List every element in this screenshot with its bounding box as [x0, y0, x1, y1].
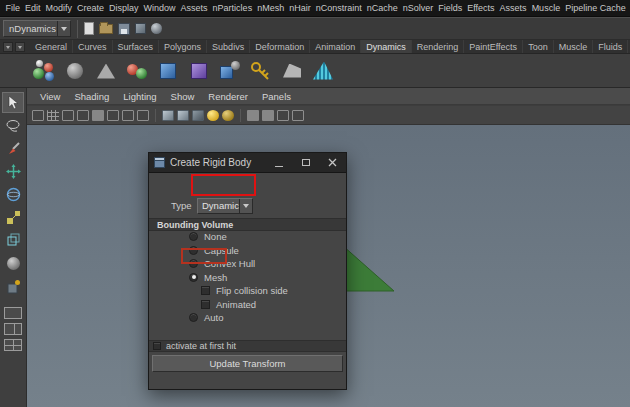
save-scene-icon[interactable] — [118, 23, 130, 35]
paint-select-tool-icon[interactable] — [2, 138, 24, 159]
rotate-tool-icon[interactable] — [2, 184, 24, 205]
soft-wedge-icon[interactable] — [94, 59, 118, 83]
shelf-tab-painteffects[interactable]: PaintEffects — [464, 40, 523, 54]
radio-none[interactable] — [189, 232, 198, 241]
menu-edit[interactable]: Edit — [23, 3, 44, 13]
two-spheres-icon[interactable] — [125, 59, 149, 83]
menu-window[interactable]: Window — [141, 3, 178, 13]
panel-menu-show[interactable]: Show — [164, 91, 202, 102]
radio-option-none[interactable]: None — [149, 230, 346, 244]
shelf-tab-fluids[interactable]: Fluids — [593, 40, 628, 54]
film-gate-icon[interactable] — [62, 110, 74, 121]
motion-blur-icon[interactable] — [262, 110, 274, 121]
panel-menu-shading[interactable]: Shading — [67, 91, 116, 102]
striped-logo-icon[interactable] — [311, 59, 335, 83]
radio-mesh[interactable] — [189, 273, 198, 282]
menu-ncache[interactable]: nCache — [364, 3, 400, 13]
open-scene-icon[interactable] — [99, 24, 113, 34]
type-dropdown[interactable]: Dynamic — [197, 198, 253, 214]
chevron-down-icon[interactable] — [239, 199, 252, 213]
selection-cube-icon[interactable] — [135, 23, 146, 34]
minimize-button[interactable] — [265, 153, 292, 173]
dialog-titlebar[interactable]: Create Rigid Body — [149, 153, 346, 173]
shelf-tab-general[interactable]: General — [30, 40, 73, 54]
shelf-tab-surfaces[interactable]: Surfaces — [113, 40, 160, 54]
shelf-tab-polygons[interactable]: Polygons — [159, 40, 207, 54]
blue-cube-icon[interactable] — [156, 59, 180, 83]
panel-menu-view[interactable]: View — [33, 91, 67, 102]
two-pane-layout-icon[interactable] — [4, 323, 22, 335]
menu-nhair[interactable]: nHair — [287, 3, 314, 13]
checkbox-option-animated[interactable]: Animated — [149, 298, 346, 312]
xray-icon[interactable] — [277, 110, 289, 121]
resolution-gate-icon[interactable] — [77, 110, 89, 121]
menu-nconstraint[interactable]: nConstraint — [313, 3, 364, 13]
menu-file[interactable]: File — [3, 3, 23, 13]
select-camera-icon[interactable] — [32, 110, 44, 121]
four-pane-layout-icon[interactable] — [4, 339, 22, 351]
shadows-icon[interactable] — [222, 110, 234, 121]
textured-icon[interactable] — [192, 110, 204, 121]
gate-mask-icon[interactable] — [92, 110, 104, 121]
gold-key-icon[interactable] — [249, 59, 273, 83]
select-tool-icon[interactable] — [2, 92, 24, 113]
radio-option-convex-hull[interactable]: Convex Hull — [149, 257, 346, 271]
close-button[interactable] — [319, 153, 346, 173]
move-tool-icon[interactable] — [2, 161, 24, 182]
shelf-options-icon[interactable] — [15, 42, 25, 52]
shelf-tab-deformation[interactable]: Deformation — [250, 40, 310, 54]
update-transform-button[interactable]: Update Transform — [152, 355, 343, 372]
lights-icon[interactable] — [207, 110, 219, 121]
radio-option-capsule[interactable]: Capsule — [149, 244, 346, 258]
shelf-tab-curves[interactable]: Curves — [73, 40, 113, 54]
shelf-tab-dynamics[interactable]: Dynamics — [361, 40, 412, 54]
checkbox-option-flip-collision-side[interactable]: Flip collision side — [149, 284, 346, 298]
menu-assets[interactable]: Assets — [178, 3, 210, 13]
menu-set-dropdown[interactable]: nDynamics — [3, 20, 71, 37]
animated-checkbox[interactable] — [201, 300, 210, 309]
shelf-tab-rendering[interactable]: Rendering — [412, 40, 465, 54]
shaded-icon[interactable] — [177, 110, 189, 121]
chevron-down-icon[interactable] — [57, 21, 70, 36]
menu-assets-2[interactable]: Assets — [497, 3, 529, 13]
shelf-tab-animation[interactable]: Animation — [310, 40, 361, 54]
universal-manipulator-icon[interactable] — [2, 230, 24, 251]
gray-sphere-icon[interactable] — [63, 59, 87, 83]
gray-prism-icon[interactable] — [280, 59, 304, 83]
menu-display[interactable]: Display — [107, 3, 142, 13]
shelf-tab-muscle[interactable]: Muscle — [554, 40, 594, 54]
isolate-select-icon[interactable] — [292, 110, 304, 121]
menu-effects[interactable]: Effects — [465, 3, 497, 13]
ssao-icon[interactable] — [247, 110, 259, 121]
show-manipulator-icon[interactable] — [2, 276, 24, 297]
panel-menu-lighting[interactable]: Lighting — [116, 91, 163, 102]
cube-with-sphere-icon[interactable] — [218, 59, 242, 83]
panel-menu-panels[interactable]: Panels — [255, 91, 298, 102]
menu-modify[interactable]: Modify — [43, 3, 75, 13]
shelf-tab-menu-icon[interactable] — [3, 42, 13, 52]
lasso-tool-icon[interactable] — [2, 115, 24, 136]
maximize-button[interactable] — [292, 153, 319, 173]
menu-muscle[interactable]: Muscle — [529, 3, 563, 13]
new-scene-icon[interactable] — [84, 22, 94, 35]
activate-at-first-hit-row[interactable]: activate at first hit — [149, 340, 346, 352]
green-cone-object[interactable] — [340, 245, 400, 293]
menu-nparticles[interactable]: nParticles — [210, 3, 255, 13]
safe-action-icon[interactable] — [122, 110, 134, 121]
purple-cube-icon[interactable] — [187, 59, 211, 83]
activate-at-first-hit-checkbox[interactable] — [153, 342, 161, 350]
radio-auto[interactable] — [189, 313, 198, 322]
radio-option-auto[interactable]: Auto — [149, 311, 346, 325]
menu-nmesh[interactable]: nMesh — [255, 3, 287, 13]
radio-capsule[interactable] — [189, 246, 198, 255]
menu-nsolver[interactable]: nSolver — [400, 3, 436, 13]
panel-menu-renderer[interactable]: Renderer — [201, 91, 255, 102]
grid-icon[interactable] — [47, 110, 59, 121]
shelf-tab-subdivs[interactable]: Subdivs — [207, 40, 250, 54]
menu-fields[interactable]: Fields — [436, 3, 465, 13]
soft-mod-tool-icon[interactable] — [2, 253, 24, 274]
scale-tool-icon[interactable] — [2, 207, 24, 228]
flip-collision-side-checkbox[interactable] — [201, 286, 210, 295]
field-chart-icon[interactable] — [107, 110, 119, 121]
colored-spheres-icon[interactable] — [32, 59, 56, 83]
